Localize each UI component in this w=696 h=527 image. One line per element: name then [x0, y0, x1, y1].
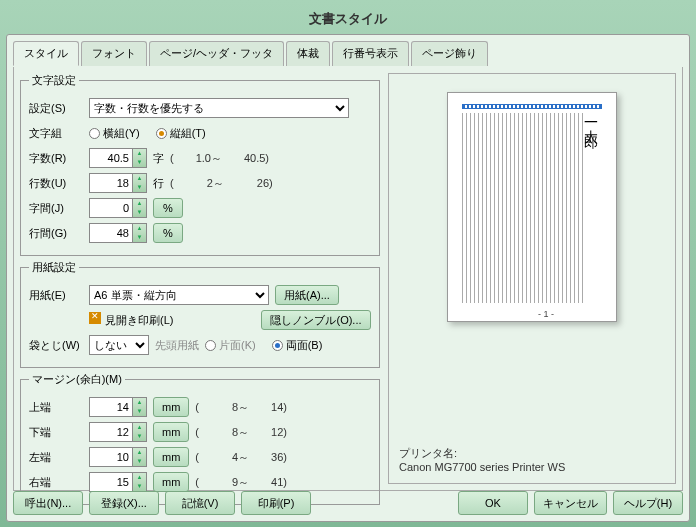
jisu-range: ( 1.0～ 40.5) — [170, 151, 269, 166]
ok-button[interactable]: OK — [458, 491, 528, 515]
margin-group: マージン(余白)(M) 上端 ▲▼ mm ( 8～ 14) 下端 ▲▼ mm (… — [20, 372, 380, 505]
recall-button[interactable]: 呼出(N)... — [13, 491, 83, 515]
margin-top-unit[interactable]: mm — [153, 397, 189, 417]
margin-bottom-unit[interactable]: mm — [153, 422, 189, 442]
tate-radio[interactable]: 縦組(T) — [156, 126, 206, 141]
katamen-radio: 片面(K) — [205, 338, 256, 353]
button-bar: 呼出(N)... 登録(X)... 記憶(V) 印刷(P) OK キャンセル ヘ… — [13, 491, 683, 515]
window-title: 文書スタイル — [6, 6, 690, 34]
margin-bottom-range: ( 8～ 12) — [195, 425, 287, 440]
paper-button[interactable]: 用紙(A)... — [275, 285, 339, 305]
margin-right-range: ( 9～ 41) — [195, 475, 287, 490]
gyokan-spinner[interactable]: ▲▼ — [89, 223, 147, 243]
gyosu-label: 行数(U) — [29, 176, 83, 191]
paper-label: 用紙(E) — [29, 288, 83, 303]
char-settings-group: 文字設定 設定(S) 字数・行数を優先する 文字組 横組(Y) 縦組(T) 字数… — [20, 73, 380, 256]
gyokan-label: 行間(G) — [29, 226, 83, 241]
page-preview: 一太郎 - 1 - — [447, 92, 617, 322]
preview-pagenum: - 1 - — [462, 309, 630, 319]
margin-top-spinner[interactable]: ▲▼ — [89, 397, 147, 417]
margin-left-label: 左端 — [29, 450, 83, 465]
paper-settings-group: 用紙設定 用紙(E) A6 単票・縦方向 用紙(A)... 見開き印刷(L) 隠… — [20, 260, 380, 368]
fukuro-select[interactable]: しない — [89, 335, 149, 355]
ryomen-radio[interactable]: 両面(B) — [272, 338, 323, 353]
gyokan-pct-button[interactable]: % — [153, 223, 183, 243]
jisu-label: 字数(R) — [29, 151, 83, 166]
print-button[interactable]: 印刷(P) — [241, 491, 311, 515]
margin-left-spinner[interactable]: ▲▼ — [89, 447, 147, 467]
margin-legend: マージン(余白)(M) — [29, 372, 125, 387]
yoko-radio[interactable]: 横組(Y) — [89, 126, 140, 141]
gyosu-range: ( 2～ 26) — [170, 176, 273, 191]
char-settings-legend: 文字設定 — [29, 73, 79, 88]
jikan-pct-button[interactable]: % — [153, 198, 183, 218]
gyosu-unit: 行 — [153, 176, 164, 191]
tab-bar: スタイル フォント ページ/ヘッダ・フッタ 体裁 行番号表示 ページ飾り — [13, 41, 683, 66]
register-button[interactable]: 登録(X)... — [89, 491, 159, 515]
memory-button[interactable]: 記憶(V) — [165, 491, 235, 515]
tab-layout[interactable]: 体裁 — [286, 41, 330, 66]
preview-panel: 一太郎 - 1 - プリンタ名: Canon MG7700 series Pri… — [388, 73, 676, 484]
tab-page[interactable]: ページ/ヘッダ・フッタ — [149, 41, 284, 66]
hidenumber-button[interactable]: 隠しノンブル(O)... — [261, 310, 371, 330]
tab-content: 文字設定 設定(S) 字数・行数を優先する 文字組 横組(Y) 縦組(T) 字数… — [13, 67, 683, 491]
printer-label: プリンタ名: — [399, 446, 665, 461]
setting-label: 設定(S) — [29, 101, 83, 116]
margin-top-label: 上端 — [29, 400, 83, 415]
tab-style[interactable]: スタイル — [13, 41, 79, 66]
cancel-button[interactable]: キャンセル — [534, 491, 607, 515]
jikan-label: 字間(J) — [29, 201, 83, 216]
gyosu-spinner[interactable]: ▲▼ — [89, 173, 147, 193]
spread-checkbox[interactable]: 見開き印刷(L) — [89, 312, 173, 328]
margin-right-label: 右端 — [29, 475, 83, 490]
margin-bottom-spinner[interactable]: ▲▼ — [89, 422, 147, 442]
tab-font[interactable]: フォント — [81, 41, 147, 66]
margin-right-spinner[interactable]: ▲▼ — [89, 472, 147, 492]
mojikumi-label: 文字組 — [29, 126, 83, 141]
fukuro-label: 袋とじ(W) — [29, 338, 83, 353]
margin-left-range: ( 4～ 36) — [195, 450, 287, 465]
margin-top-range: ( 8～ 14) — [195, 400, 287, 415]
margin-bottom-label: 下端 — [29, 425, 83, 440]
jisu-spinner[interactable]: ▲▼ — [89, 148, 147, 168]
tab-decoration[interactable]: ページ飾り — [411, 41, 488, 66]
paper-select[interactable]: A6 単票・縦方向 — [89, 285, 269, 305]
preview-text: 一太郎 — [582, 115, 600, 127]
dialog-panel: スタイル フォント ページ/ヘッダ・フッタ 体裁 行番号表示 ページ飾り 文字設… — [6, 34, 690, 522]
jikan-spinner[interactable]: ▲▼ — [89, 198, 147, 218]
setting-select[interactable]: 字数・行数を優先する — [89, 98, 349, 118]
tab-linenum[interactable]: 行番号表示 — [332, 41, 409, 66]
sentou-label: 先頭用紙 — [155, 338, 199, 353]
jisu-unit: 字 — [153, 151, 164, 166]
help-button[interactable]: ヘルプ(H) — [613, 491, 683, 515]
margin-right-unit[interactable]: mm — [153, 472, 189, 492]
margin-left-unit[interactable]: mm — [153, 447, 189, 467]
printer-name: Canon MG7700 series Printer WS — [399, 461, 665, 473]
paper-settings-legend: 用紙設定 — [29, 260, 79, 275]
